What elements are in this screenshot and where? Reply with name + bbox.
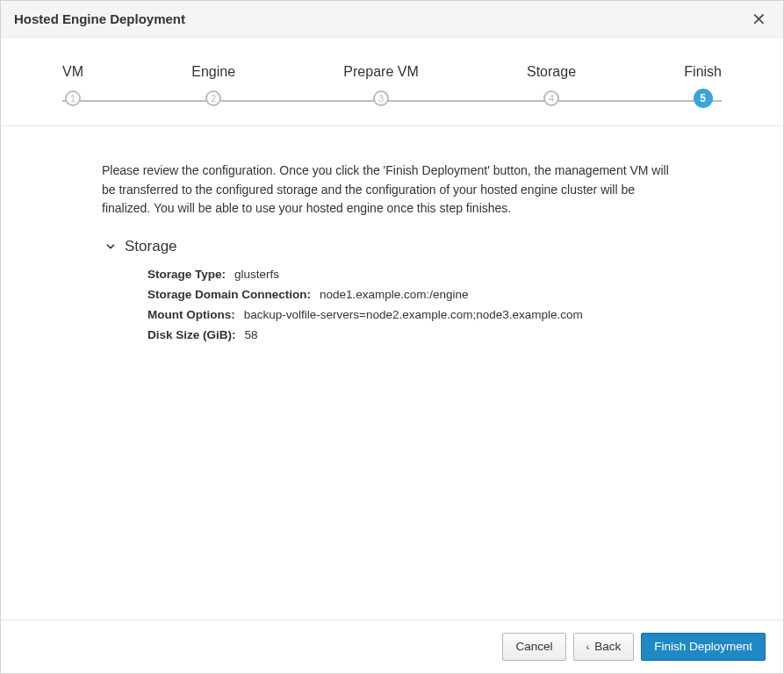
- close-button[interactable]: ✕: [748, 11, 770, 28]
- wizard-step-engine[interactable]: Engine2: [191, 64, 235, 106]
- modal-header: Hosted Engine Deployment ✕: [1, 1, 783, 38]
- wizard-step-storage[interactable]: Storage4: [527, 64, 576, 106]
- config-row: Mount Options:backup-volfile-servers=nod…: [147, 308, 682, 321]
- chevron-left-icon: ‹: [586, 640, 590, 655]
- steps-container: VM1Engine2Prepare VM3Storage4Finish5: [62, 64, 722, 108]
- storage-section-toggle[interactable]: Storage: [102, 238, 682, 255]
- storage-details: Storage Type:glusterfsStorage Domain Con…: [147, 268, 682, 341]
- config-value: glusterfs: [234, 268, 279, 281]
- wizard-step-node: 1: [65, 90, 81, 106]
- back-button-label: Back: [594, 638, 621, 656]
- wizard-step-node: 5: [694, 89, 713, 108]
- finish-deployment-button[interactable]: Finish Deployment: [641, 633, 766, 661]
- config-label: Storage Domain Connection:: [147, 288, 311, 301]
- finish-button-label: Finish Deployment: [654, 638, 752, 656]
- back-button[interactable]: ‹ Back: [573, 633, 635, 661]
- wizard-step-label: Storage: [527, 64, 576, 80]
- modal-title: Hosted Engine Deployment: [14, 11, 185, 26]
- chevron-down-icon: [102, 240, 119, 253]
- wizard-steps: VM1Engine2Prepare VM3Storage4Finish5: [1, 38, 783, 126]
- wizard-step-label: VM: [62, 64, 83, 80]
- config-label: Mount Options:: [147, 308, 235, 321]
- wizard-step-label: Prepare VM: [343, 64, 418, 80]
- wizard-step-finish[interactable]: Finish5: [684, 64, 722, 108]
- wizard-step-node: 2: [205, 90, 221, 106]
- config-row: Storage Domain Connection:node1.example.…: [147, 288, 682, 301]
- hosted-engine-deployment-modal: Hosted Engine Deployment ✕ VM1Engine2Pre…: [0, 0, 784, 674]
- wizard-step-vm[interactable]: VM1: [62, 64, 83, 106]
- config-value: 58: [245, 328, 258, 341]
- modal-footer: Cancel ‹ Back Finish Deployment: [1, 620, 783, 673]
- wizard-step-prepare-vm[interactable]: Prepare VM3: [343, 64, 418, 106]
- close-icon: ✕: [752, 10, 766, 29]
- config-label: Storage Type:: [147, 268, 226, 281]
- config-value: backup-volfile-servers=node2.example.com…: [244, 308, 583, 321]
- config-row: Disk Size (GiB):58: [147, 328, 682, 341]
- wizard-step-node: 4: [543, 90, 559, 106]
- storage-section-title: Storage: [125, 238, 177, 255]
- wizard-step-node: 3: [373, 90, 389, 106]
- review-intro-text: Please review the configuration. Once yo…: [102, 161, 682, 219]
- config-label: Disk Size (GiB):: [147, 328, 236, 341]
- wizard-step-label: Finish: [684, 64, 722, 80]
- cancel-button-label: Cancel: [515, 638, 552, 656]
- cancel-button[interactable]: Cancel: [502, 633, 565, 661]
- config-row: Storage Type:glusterfs: [147, 268, 682, 281]
- modal-body: Please review the configuration. Once yo…: [1, 126, 783, 620]
- config-value: node1.example.com:/engine: [320, 288, 469, 301]
- wizard-step-label: Engine: [191, 64, 235, 80]
